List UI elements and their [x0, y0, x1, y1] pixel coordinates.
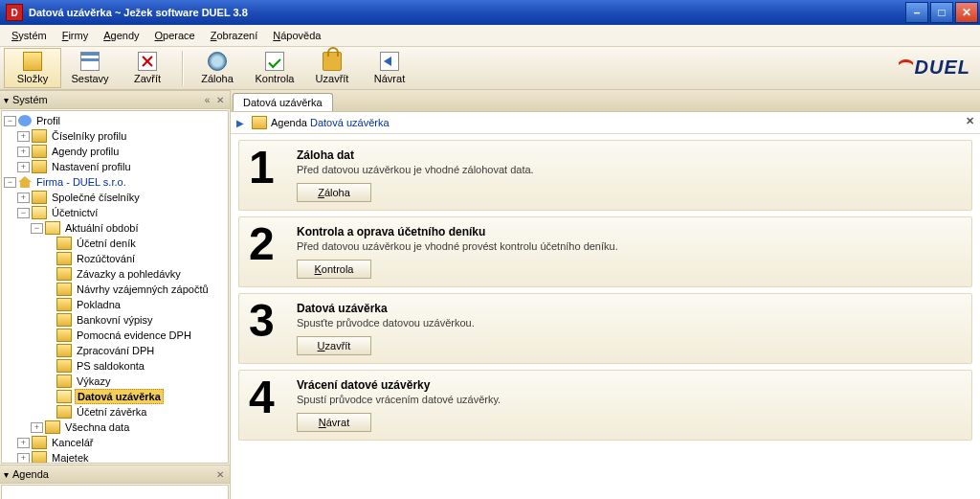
uzavrit-button[interactable]: Uzavřít [297, 336, 371, 355]
tree-item[interactable]: Pokladna [4, 297, 226, 312]
folder-icon [56, 313, 72, 327]
wizard-step-1: 1 Záloha dat Před datovou uzávěrkou je v… [238, 140, 972, 211]
breadcrumb-prefix: Agenda [271, 117, 307, 128]
window-title: Datová uzávěrka ~ Ježek software DUEL 3.… [29, 7, 905, 18]
menu-operace[interactable]: Operace [147, 28, 203, 43]
agenda-panel-header[interactable]: ▾ Agenda ✕ [0, 465, 230, 484]
folder-icon [252, 116, 267, 129]
folder-icon [32, 129, 47, 143]
tb-zavrit[interactable]: Zavřít [119, 48, 176, 88]
tree-item[interactable]: PS saldokonta [4, 358, 226, 374]
tab-datova-uzaverka[interactable]: Datová uzávěrka [233, 93, 333, 111]
collapse-icon: ▾ [4, 469, 9, 480]
folder-icon [32, 145, 47, 158]
step-desc: Před datovou uzávěrkou je vhodné provést… [297, 240, 962, 252]
folder-icon [56, 374, 72, 388]
tb-navrat[interactable]: Návrat [361, 48, 418, 88]
tree-item[interactable]: Účetní deník [4, 236, 226, 251]
system-panel-title: Systém [12, 94, 48, 105]
close-window-button[interactable]: ✕ [955, 2, 978, 23]
step-desc: Spusťte průvodce datovou uzávěrkou. [297, 317, 962, 329]
folder-open-icon [32, 206, 47, 219]
wizard-step-4: 4 Vrácení datové uzávěrky Spustí průvodc… [238, 370, 972, 441]
breadcrumb-link[interactable]: Datová uzávěrka [310, 117, 390, 128]
step-title: Vrácení datové uzávěrky [297, 378, 962, 392]
step-desc: Spustí průvodce vrácením datové uzávěrky… [297, 394, 962, 405]
close-icon [138, 52, 157, 71]
maximize-button[interactable]: □ [930, 2, 953, 23]
menu-firmy[interactable]: Firmy [55, 28, 97, 43]
wizard-content: 1 Záloha dat Před datovou uzávěrkou je v… [231, 134, 980, 499]
collapse-icon: ▾ [4, 95, 9, 105]
breadcrumb: ▶ Agenda Datová uzávěrka ✕ [231, 112, 980, 134]
menu-zobrazeni[interactable]: Zobrazení [203, 28, 266, 43]
tree-item[interactable]: Závazky a pohledávky [4, 266, 226, 282]
folder-open-icon [45, 221, 60, 235]
panel-controls[interactable]: ✕ [216, 469, 226, 480]
step-title: Záloha dat [297, 148, 962, 162]
folder-icon [32, 191, 47, 204]
folder-icon [56, 283, 72, 296]
profile-icon [18, 115, 32, 126]
step-number: 2 [249, 225, 297, 263]
close-tab-button[interactable]: ✕ [966, 115, 974, 127]
folder-open-icon [56, 390, 72, 403]
folder-icon [56, 252, 72, 265]
menu-napoveda[interactable]: Nápověda [265, 28, 328, 43]
step-desc: Před datovou uzávěrkou je vhodné zálohov… [297, 164, 962, 175]
wizard-step-3: 3 Datová uzávěrka Spusťte průvodce datov… [238, 293, 972, 364]
tb-sestavy[interactable]: Sestavy [61, 48, 119, 88]
tb-zaloha[interactable]: Záloha [189, 48, 246, 88]
menu-system[interactable]: Systém [4, 28, 55, 43]
folder-icon [56, 237, 72, 250]
disk-icon [208, 52, 227, 71]
step-number: 3 [249, 302, 297, 340]
tabstrip: Datová uzávěrka [231, 90, 980, 112]
breadcrumb-arrow-icon: ▶ [236, 118, 244, 128]
folder-icon [56, 344, 72, 357]
folder-icon [56, 329, 72, 342]
app-icon: D [6, 4, 23, 21]
folder-icon [32, 451, 47, 464]
folder-icon [32, 436, 47, 449]
system-panel-header[interactable]: ▾ Systém « ✕ [0, 90, 230, 109]
tree-item[interactable]: Výkazy [4, 374, 226, 389]
menu-agendy[interactable]: Agendy [96, 28, 146, 43]
tree-item[interactable]: Návrhy vzájemných zápočtů [4, 282, 226, 297]
navrat-button[interactable]: Návrat [297, 413, 371, 432]
tree-item[interactable]: Účetní závěrka [4, 404, 226, 420]
zaloha-button[interactable]: Záloha [297, 183, 371, 202]
tb-kontrola[interactable]: Kontrola [246, 48, 303, 88]
step-title: Datová uzávěrka [297, 302, 962, 315]
minimize-button[interactable]: – [905, 2, 928, 23]
panel-controls[interactable]: « ✕ [205, 95, 226, 105]
titlebar: D Datová uzávěrka ~ Ježek software DUEL … [0, 0, 980, 25]
tree-item[interactable]: Zpracování DPH [4, 343, 226, 358]
brand-logo: ⌢DUEL [898, 51, 970, 80]
agenda-panel-title: Agenda [12, 468, 49, 480]
folder-icon [56, 359, 72, 373]
folder-icon [56, 298, 72, 311]
tb-uzavrit[interactable]: Uzavřít [303, 48, 361, 88]
lock-icon [323, 52, 342, 71]
list-icon [80, 52, 100, 71]
kontrola-button[interactable]: Kontrola [297, 260, 371, 279]
tree-item[interactable]: Rozúčtování [4, 251, 226, 266]
tree-view[interactable]: −Profil +Číselníky profilu +Agendy profi… [1, 110, 229, 464]
toolbar-separator [182, 51, 183, 85]
step-number: 1 [249, 148, 297, 187]
folder-icon [32, 160, 47, 173]
menubar: Systém Firmy Agendy Operace Zobrazení Ná… [0, 25, 980, 47]
folder-icon [45, 420, 60, 434]
agenda-panel-body [1, 485, 229, 499]
home-icon [18, 176, 32, 188]
tree-item[interactable]: Bankovní výpisy [4, 312, 226, 328]
main-area: Datová uzávěrka ▶ Agenda Datová uzávěrka… [231, 90, 980, 499]
folder-icon [56, 405, 72, 419]
step-number: 4 [249, 378, 297, 417]
step-title: Kontrola a oprava účetního deníku [297, 225, 962, 238]
back-icon [380, 52, 399, 71]
tree-item-selected[interactable]: Datová uzávěrka [4, 389, 226, 404]
tree-item[interactable]: Pomocná evidence DPH [4, 328, 226, 343]
tb-slozky[interactable]: Složky [4, 48, 61, 88]
